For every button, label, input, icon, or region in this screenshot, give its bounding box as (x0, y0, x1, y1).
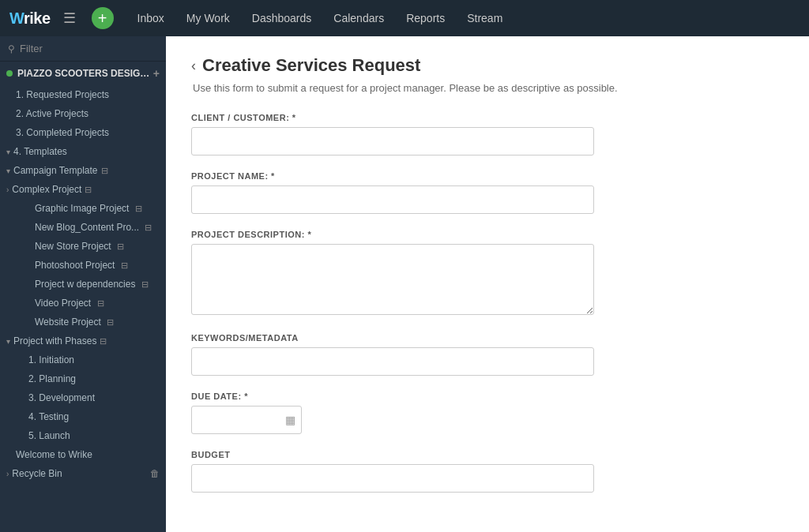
workspace-header[interactable]: PIAZZO SCOOTERS DESIGN TE... + (0, 62, 166, 85)
doc-icon: ⊟ (117, 242, 124, 251)
form-subtitle: Use this form to submit a request for a … (191, 82, 784, 94)
sidebar-item-testing[interactable]: 4. Testing (0, 407, 166, 426)
complex-project-label: Complex Project (12, 184, 81, 195)
due-date-input[interactable] (191, 406, 302, 434)
doc-icon: ⊟ (107, 317, 114, 327)
sidebar-item-active[interactable]: 2. Active Projects (0, 104, 166, 123)
nav-calendars[interactable]: Calendars (322, 0, 395, 36)
project-description-label: PROJECT DESCRIPTION: * (191, 230, 784, 239)
form-title: Creative Services Request (202, 55, 420, 76)
due-date-field: DUE DATE: * ▦ (191, 392, 784, 434)
sidebar-item-video[interactable]: Video Project ⊟ (0, 294, 166, 313)
sidebar-item-planning[interactable]: 2. Planning (0, 369, 166, 388)
workspace-dot (6, 70, 13, 77)
sidebar-item-initiation[interactable]: 1. Initiation (0, 350, 166, 369)
form-header: ‹ Creative Services Request (191, 55, 784, 76)
client-label: CLIENT / CUSTOMER: * (191, 113, 784, 122)
campaign-template-label: Campaign Template (13, 165, 98, 176)
sidebar-filter-row: ⚲ (0, 36, 166, 62)
sidebar-item-development[interactable]: 3. Development (0, 388, 166, 407)
sidebar-item-website[interactable]: Website Project ⊟ (0, 313, 166, 332)
nav-my-work[interactable]: My Work (175, 0, 241, 36)
project-name-input[interactable] (191, 185, 594, 214)
sidebar-item-requested[interactable]: 1. Requested Projects (0, 85, 166, 104)
sidebar-item-photoshoot[interactable]: Photoshoot Project ⊟ (0, 256, 166, 275)
sidebar-item-project-phases[interactable]: ▾ Project with Phases ⊟ (0, 332, 166, 350)
sidebar-item-templates[interactable]: ▾ 4. Templates (0, 142, 166, 161)
due-date-label: DUE DATE: * (191, 392, 784, 401)
doc-icon: ⊟ (121, 260, 128, 270)
nav-inbox[interactable]: Inbox (126, 0, 175, 36)
workspace-add-icon[interactable]: + (153, 67, 160, 80)
chevron-down-icon: ▾ (6, 148, 10, 156)
sidebar-item-project-deps[interactable]: Project w dependencies ⊟ (0, 275, 166, 294)
budget-label: BUDGET (191, 450, 784, 459)
chevron-down-icon: ▾ (6, 167, 10, 175)
nav-reports[interactable]: Reports (395, 0, 456, 36)
sidebar-item-new-blog[interactable]: New Blog_Content Pro... ⊟ (0, 218, 166, 237)
doc-icon: ⊟ (135, 204, 142, 213)
doc-icon: ⊟ (100, 336, 107, 347)
doc-icon: ⊟ (141, 279, 149, 289)
workspace-label: PIAZZO SCOOTERS DESIGN TE... (17, 68, 150, 79)
keywords-field: KEYWORDS/METADATA (191, 333, 784, 376)
form-content: ‹ Creative Services Request Use this for… (166, 36, 809, 532)
nav-stream[interactable]: Stream (456, 0, 514, 36)
project-description-input[interactable] (191, 244, 594, 315)
trash-icon: 🗑 (150, 468, 160, 479)
sidebar-filter-input[interactable] (20, 43, 158, 54)
sidebar-item-new-store[interactable]: New Store Project ⊟ (0, 237, 166, 256)
chevron-right-icon: › (6, 470, 9, 478)
project-name-label: PROJECT NAME: * (191, 171, 784, 181)
project-description-field: PROJECT DESCRIPTION: * (191, 230, 784, 317)
top-nav-links: Inbox My Work Dashboards Calendars Repor… (126, 0, 514, 36)
templates-label: 4. Templates (13, 146, 67, 157)
sidebar-item-welcome[interactable]: Welcome to Wrike (0, 445, 166, 464)
keywords-input[interactable] (191, 347, 594, 376)
doc-icon: ⊟ (97, 298, 104, 308)
sidebar-item-launch[interactable]: 5. Launch (0, 426, 166, 445)
budget-input[interactable] (191, 464, 594, 493)
client-field: CLIENT / CUSTOMER: * (191, 113, 784, 155)
chevron-down-icon: ▾ (6, 337, 10, 346)
doc-icon: ⊟ (101, 166, 108, 176)
top-nav: Wrike ☰ + Inbox My Work Dashboards Calen… (0, 0, 809, 36)
sidebar-item-recycle-bin[interactable]: › Recycle Bin 🗑 (0, 464, 166, 483)
chevron-right-icon: › (6, 185, 9, 194)
back-button[interactable]: ‹ (191, 58, 196, 73)
sidebar-item-completed[interactable]: 3. Completed Projects (0, 123, 166, 142)
keywords-label: KEYWORDS/METADATA (191, 333, 784, 343)
main-layout: ⚲ PIAZZO SCOOTERS DESIGN TE... + 1. Requ… (0, 36, 809, 532)
nav-dashboards[interactable]: Dashboards (241, 0, 323, 36)
project-phases-label: Project with Phases (13, 335, 96, 347)
sidebar-item-graphic-image[interactable]: Graphic Image Project ⊟ (0, 199, 166, 218)
hamburger-button[interactable]: ☰ (60, 8, 79, 28)
app-logo: Wrike (9, 9, 51, 28)
doc-icon: ⊟ (85, 185, 92, 195)
sidebar-item-campaign-template[interactable]: ▾ Campaign Template ⊟ (0, 161, 166, 180)
due-date-input-wrap: ▦ (191, 406, 302, 434)
add-button[interactable]: + (92, 7, 114, 29)
filter-icon: ⚲ (8, 43, 15, 54)
budget-field: BUDGET (191, 450, 784, 493)
sidebar-item-complex-project[interactable]: › Complex Project ⊟ (0, 180, 166, 199)
doc-icon: ⊟ (145, 223, 152, 232)
sidebar: ⚲ PIAZZO SCOOTERS DESIGN TE... + 1. Requ… (0, 36, 166, 532)
project-name-field: PROJECT NAME: * (191, 171, 784, 214)
recycle-bin-label: Recycle Bin (12, 468, 62, 479)
client-input[interactable] (191, 127, 594, 155)
